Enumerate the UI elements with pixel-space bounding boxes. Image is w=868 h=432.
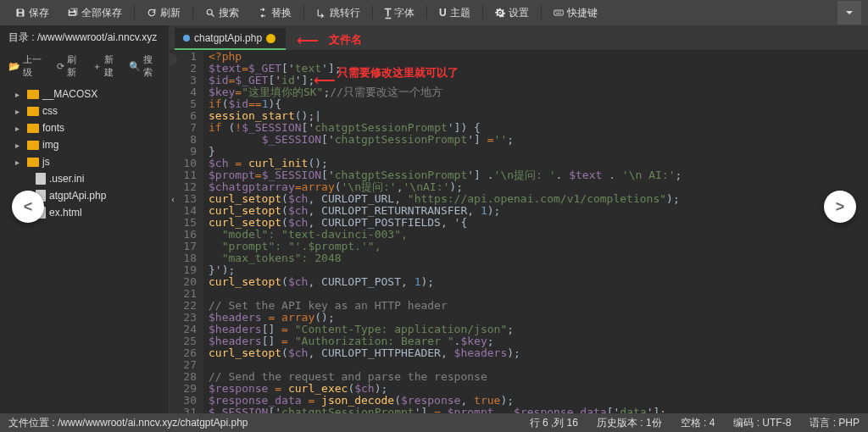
search-button[interactable]: 搜索 <box>197 3 248 24</box>
font-icon: T̲ <box>385 7 391 19</box>
replace-icon <box>258 8 268 18</box>
tab-filename: chatgptApi.php <box>194 32 262 44</box>
carousel-next-button[interactable]: > <box>824 191 856 223</box>
jump-line-button[interactable]: 跳转行 <box>308 3 369 24</box>
folder-icon <box>27 141 39 150</box>
svg-point-0 <box>207 9 212 14</box>
jump-icon <box>316 8 326 18</box>
toolbar: 保存 全部保存 刷新 搜索 替换 跳转行 T̲字体 U主题 设置 快捷键 <box>0 0 868 25</box>
editor-area: chatgptApi.php 1234567891011121314151617… <box>170 25 868 413</box>
status-encoding[interactable]: 编码 : UTF-8 <box>733 416 791 430</box>
status-history[interactable]: 历史版本 : 1份 <box>597 416 662 430</box>
shortcut-button[interactable]: 快捷键 <box>545 3 606 24</box>
annotation-edit-hint: 只需要修改这里就可以了 <box>337 65 459 80</box>
save-button[interactable]: 保存 <box>7 3 58 24</box>
annotation-filename: 文件名 <box>329 32 362 47</box>
tree-file[interactable]: .user.ini <box>0 170 169 187</box>
replace-button[interactable]: 替换 <box>249 3 300 24</box>
tree-folder[interactable]: ▸__MACOSX <box>0 86 169 102</box>
gear-icon <box>495 8 505 18</box>
refresh-button[interactable]: 刷新 <box>138 3 189 24</box>
refresh-icon <box>147 8 157 18</box>
dropdown-menu-button[interactable] <box>837 1 861 25</box>
unsaved-warn-icon <box>266 34 275 43</box>
save-icon <box>15 8 25 18</box>
tab-active[interactable]: chatgptApi.php <box>175 28 286 50</box>
search-icon <box>205 8 215 18</box>
up-level-button[interactable]: 📂上一级 <box>8 53 48 79</box>
tree-folder[interactable]: ▸img <box>0 136 169 153</box>
filetype-dot-icon <box>183 35 190 42</box>
save-all-button[interactable]: 全部保存 <box>59 3 131 24</box>
tree-folder[interactable]: ▸css <box>0 102 169 119</box>
tab-bar: chatgptApi.php <box>170 25 868 51</box>
folder-icon <box>27 124 39 133</box>
font-button[interactable]: T̲字体 <box>376 3 423 24</box>
chevron-down-icon <box>844 8 854 18</box>
status-language[interactable]: 语言 : PHP <box>810 416 860 430</box>
svg-rect-1 <box>554 10 563 15</box>
keyboard-icon <box>554 8 564 18</box>
search-tree-button[interactable]: 🔍搜索 <box>129 53 160 79</box>
save-all-icon <box>68 8 78 18</box>
directory-path: 目录 : /www/wwwroot/ai.nncv.xyz <box>0 25 169 50</box>
line-gutter: 1234567891011121314151617181920212223242… <box>170 51 203 413</box>
theme-icon: U <box>439 7 447 19</box>
code-content[interactable]: <?php$text=$_GET['text'];$id=$_GET['id']… <box>203 51 868 413</box>
arrow-left-icon: ⟵ <box>297 31 319 50</box>
folder-icon <box>27 90 39 99</box>
carousel-prev-button[interactable]: < <box>12 191 44 223</box>
tree-folder[interactable]: ▸fonts <box>0 119 169 136</box>
code-editor[interactable]: 1234567891011121314151617181920212223242… <box>170 51 868 413</box>
file-icon <box>36 173 46 185</box>
status-path: 文件位置 : /www/wwwroot/ai.nncv.xyz/chatgptA… <box>8 416 248 430</box>
new-file-button[interactable]: ＋新建 <box>92 53 121 79</box>
refresh-tree-button[interactable]: ⟳刷新 <box>57 53 84 79</box>
status-cursor[interactable]: 行 6 ,列 16 <box>530 416 578 430</box>
sidebar-tools: 📂上一级 ⟳刷新 ＋新建 🔍搜索 <box>0 50 169 82</box>
tree-folder[interactable]: ▸js <box>0 153 169 170</box>
theme-button[interactable]: U主题 <box>431 3 479 24</box>
arrow-left-icon: ⟵ <box>314 71 336 90</box>
status-bar: 文件位置 : /www/wwwroot/ai.nncv.xyz/chatgptA… <box>0 413 868 432</box>
folder-icon <box>27 107 39 116</box>
status-spaces[interactable]: 空格 : 4 <box>681 416 715 430</box>
folder-icon <box>27 158 39 167</box>
settings-button[interactable]: 设置 <box>487 3 537 24</box>
